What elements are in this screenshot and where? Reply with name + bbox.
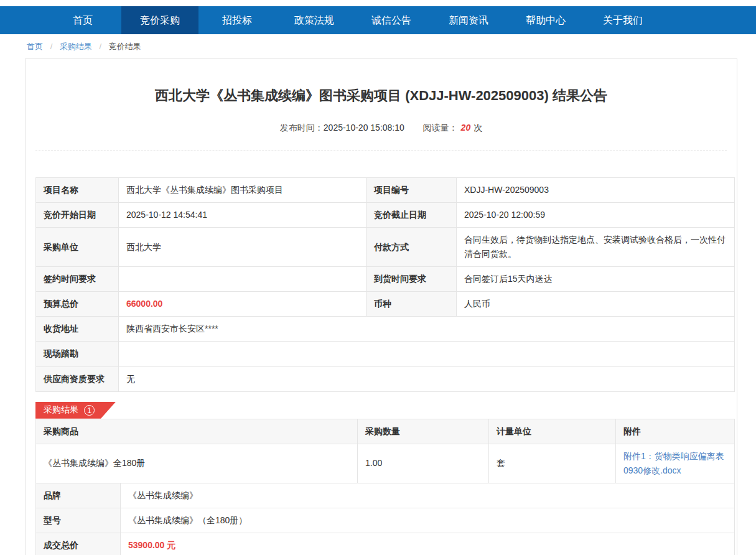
budget-total-value: 66000.00	[119, 292, 366, 317]
product-unit: 套	[489, 444, 616, 483]
publish-time-label: 发布时间：	[280, 123, 324, 133]
result-badge-count: 1	[84, 405, 95, 416]
info-label: 到货时间要求	[366, 267, 457, 292]
column-header-unit: 计量单位	[489, 419, 616, 444]
result-badge-row: 采购结果 1	[35, 402, 734, 419]
table-row: 竞价开始日期 2025-10-12 14:54:41 竞价截止日期 2025-1…	[36, 202, 735, 227]
info-value: 2025-10-12 14:54:41	[119, 202, 366, 227]
publish-time-value: 2025-10-20 15:08:10	[324, 123, 404, 133]
info-value: 陕西省西安市长安区****	[119, 317, 735, 342]
nav-item-news[interactable]: 新闻资讯	[430, 6, 507, 34]
info-value: 无	[119, 366, 735, 391]
info-value: 合同签订后15天内送达	[457, 267, 735, 292]
breadcrumb: 首页 / 采购结果 / 竞价结果	[0, 34, 756, 58]
info-value: 西北大学	[119, 227, 366, 266]
info-value	[119, 267, 366, 292]
column-header-quantity: 采购数量	[358, 419, 489, 444]
nav-item-tender[interactable]: 招投标	[198, 6, 276, 34]
breadcrumb-link-home[interactable]: 首页	[27, 42, 43, 51]
views-label: 阅读量：	[423, 123, 458, 133]
info-value: 合同生效后，待货物到达指定地点、安装调试验收合格后，一次性付清合同货款。	[457, 227, 735, 266]
result-badge: 采购结果 1	[35, 402, 116, 419]
breadcrumb-current: 竞价结果	[109, 42, 141, 51]
info-label: 竞价截止日期	[366, 202, 457, 227]
breadcrumb-separator: /	[100, 42, 102, 51]
info-label: 项目编号	[366, 177, 457, 202]
info-value: 西北大学《丛书集成续编》图书采购项目	[119, 177, 366, 202]
table-row: 品牌 《丛书集成续编》	[36, 483, 735, 508]
info-label: 供应商资质要求	[36, 366, 119, 391]
table-row: 供应商资质要求 无	[36, 366, 735, 391]
detail-label: 成交总价	[36, 533, 121, 555]
detail-label: 型号	[36, 508, 121, 533]
info-label: 付款方式	[366, 227, 457, 266]
nav-item-home[interactable]: 首页	[44, 6, 121, 34]
table-row: 项目名称 西北大学《丛书集成续编》图书采购项目 项目编号 XDJJ-HW-202…	[36, 177, 735, 202]
info-label: 竞价开始日期	[36, 202, 119, 227]
table-row: 成交总价 53900.00 元	[36, 533, 735, 555]
table-row: 型号 《丛书集成续编》（全180册）	[36, 508, 735, 533]
table-row: 签约时间要求 到货时间要求 合同签订后15天内送达	[36, 267, 735, 292]
nav-item-help[interactable]: 帮助中心	[507, 6, 584, 34]
breadcrumb-link-purchase-results[interactable]: 采购结果	[60, 42, 92, 51]
nav-item-integrity[interactable]: 诚信公告	[353, 6, 430, 34]
detail-value: 《丛书集成续编》	[121, 483, 735, 508]
info-label: 项目名称	[36, 177, 119, 202]
table-row: 《丛书集成续编》全180册 1.00 套 附件1：货物类响应偏离表0930修改.…	[36, 444, 735, 483]
result-table: 采购商品 采购数量 计量单位 附件 《丛书集成续编》全180册 1.00 套 附…	[35, 419, 735, 483]
detail-label: 品牌	[36, 483, 121, 508]
dashed-divider	[35, 151, 727, 151]
table-row: 采购单位 西北大学 付款方式 合同生效后，待货物到达指定地点、安装调试验收合格后…	[36, 227, 735, 266]
column-header-attachment: 附件	[616, 419, 735, 444]
nav-item-policy[interactable]: 政策法规	[276, 6, 353, 34]
result-badge-label: 采购结果	[44, 404, 78, 416]
project-info-table: 项目名称 西北大学《丛书集成续编》图书采购项目 项目编号 XDJJ-HW-202…	[35, 177, 735, 392]
info-label: 采购单位	[36, 227, 119, 266]
result-detail-table: 品牌 《丛书集成续编》 型号 《丛书集成续编》（全180册） 成交总价 5390…	[35, 483, 735, 555]
detail-value: 《丛书集成续编》（全180册）	[121, 508, 735, 533]
nav-item-about[interactable]: 关于我们	[584, 6, 661, 34]
product-name: 《丛书集成续编》全180册	[36, 444, 358, 483]
product-quantity: 1.00	[358, 444, 489, 483]
info-value: 人民币	[457, 292, 735, 317]
info-value: XDJJ-HW-202509003	[457, 177, 735, 202]
announcement-card: 西北大学《丛书集成续编》图书采购项目 (XDJJ-HW-202509003) 结…	[25, 58, 737, 555]
info-label: 币种	[366, 292, 457, 317]
table-row: 收货地址 陕西省西安市长安区****	[36, 317, 735, 342]
nav-item-bidding-purchase[interactable]: 竞价采购	[121, 6, 198, 34]
info-value: 2025-10-20 12:00:59	[457, 202, 735, 227]
main-nav: 首页 竞价采购 招投标 政策法规 诚信公告 新闻资讯 帮助中心 关于我们	[0, 6, 756, 34]
column-header-product: 采购商品	[36, 419, 358, 444]
breadcrumb-separator: /	[50, 42, 53, 51]
info-label: 预算总价	[36, 292, 119, 317]
table-row: 预算总价 66000.00 币种 人民币	[36, 292, 735, 317]
table-header-row: 采购商品 采购数量 计量单位 附件	[36, 419, 735, 444]
table-row: 现场踏勘	[36, 342, 735, 366]
info-value	[119, 342, 735, 366]
info-label: 签约时间要求	[36, 267, 119, 292]
page-title: 西北大学《丛书集成续编》图书采购项目 (XDJJ-HW-202509003) 结…	[35, 86, 727, 106]
announcement-meta: 发布时间：2025-10-20 15:08:10 阅读量：20次	[35, 123, 727, 134]
views-unit: 次	[474, 123, 482, 133]
attachment-link[interactable]: 附件1：货物类响应偏离表0930修改.docx	[623, 451, 724, 475]
views-count: 20	[461, 123, 471, 133]
deal-total-price: 53900.00 元	[121, 533, 735, 555]
info-label: 现场踏勘	[36, 342, 119, 366]
info-label: 收货地址	[36, 317, 119, 342]
